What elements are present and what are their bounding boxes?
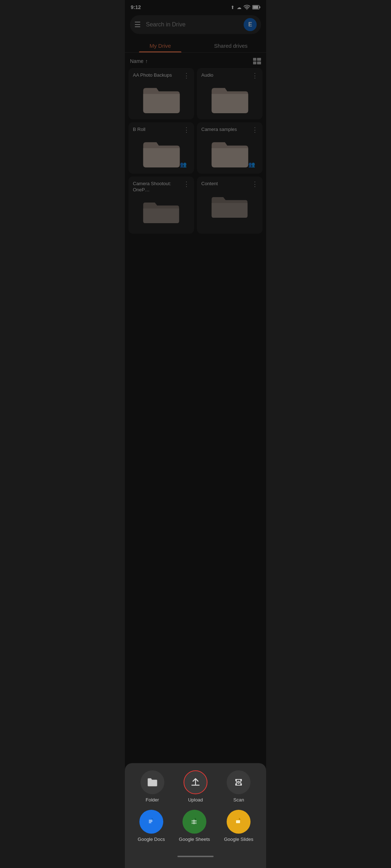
overlay-background [125,0,266,311]
